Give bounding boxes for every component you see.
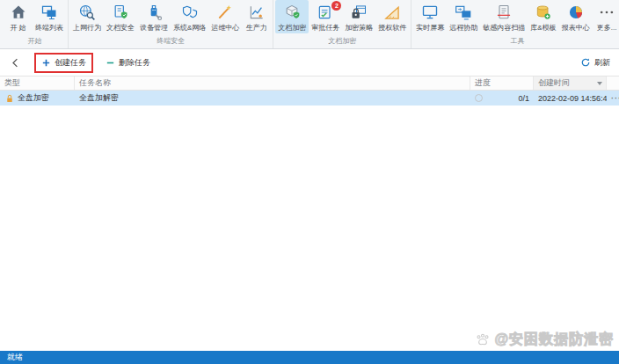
row-more-button[interactable]: ···: [607, 91, 619, 106]
row-more-icon: ···: [611, 94, 619, 103]
ribbon-item-system-network[interactable]: 系统&网络: [171, 0, 208, 33]
double-shield-icon: [181, 3, 199, 22]
ribbon-item-device-mgmt[interactable]: 设备管理: [137, 0, 171, 33]
ribbon: 开 始 终端列表 开始 上网行为 文档安全: [0, 0, 619, 49]
pie-chart-icon: [567, 3, 585, 22]
ribbon-item-ops-center[interactable]: 运维中心: [208, 0, 242, 33]
ribbon-item-label: 终端列表: [35, 23, 63, 33]
database-icon: [535, 3, 552, 22]
delete-task-button[interactable]: 删除任务: [106, 57, 150, 69]
lock-icon: [4, 93, 15, 104]
ribbon-item-label: 运维中心: [211, 23, 239, 33]
home-icon: [10, 3, 27, 22]
ribbon-item-report-center[interactable]: 报表中心: [559, 0, 593, 33]
ribbon-item-label: 设备管理: [140, 23, 168, 33]
ribbon-group-label: 开始: [4, 33, 66, 49]
ribbon-item-label: 更多...: [597, 23, 617, 33]
ribbon-item-doc-encryption[interactable]: 文档加密: [275, 0, 309, 33]
row-type-label: 全盘加密: [18, 92, 49, 104]
ribbon-item-realtime-screen[interactable]: 实时屏幕: [413, 0, 447, 33]
create-task-button[interactable]: 创建任务: [41, 57, 86, 69]
ribbon-item-home[interactable]: 开 始: [4, 0, 33, 33]
ribbon-item-label: 文档加密: [278, 23, 306, 33]
ribbon-group-terminal-security: 上网行为 文档安全 设备管理 系统&网络: [69, 0, 273, 48]
status-bar: 就绪: [0, 351, 619, 364]
dual-monitor-icon: [455, 3, 472, 22]
terminal-list-icon: [40, 3, 58, 22]
ribbon-item-productivity[interactable]: 生产力: [242, 0, 271, 33]
create-task-label: 创建任务: [55, 57, 86, 69]
ribbon-item-library-templates[interactable]: 库&模板: [528, 0, 558, 33]
ribbon-item-label: 开 始: [10, 23, 25, 33]
watermark: @安困数据防泄密: [475, 331, 614, 349]
ribbon-item-more[interactable]: 更多...: [593, 0, 619, 33]
delete-task-label: 删除任务: [119, 57, 150, 69]
ribbon-group-tools: 实时屏幕 远程协助 敏感内容扫描 库&模板: [411, 0, 619, 48]
globe-search-icon: [78, 3, 96, 22]
approval-badge: 2: [331, 1, 341, 11]
ribbon-group-label: 工具: [413, 33, 619, 49]
lock-window-icon: [350, 3, 368, 22]
ribbon-item-label: 系统&网络: [173, 23, 206, 33]
column-filter-icon[interactable]: [597, 82, 602, 85]
ribbon-item-label: 授权软件: [378, 23, 406, 33]
arrow-left-icon: [9, 56, 22, 69]
refresh-button[interactable]: 刷新: [580, 57, 610, 69]
refresh-label: 刷新: [594, 57, 610, 69]
status-text: 就绪: [7, 352, 23, 363]
ribbon-item-label: 库&模板: [530, 23, 556, 33]
ribbon-item-authorized-software[interactable]: 授权软件: [375, 0, 409, 33]
header-actions: [607, 76, 619, 90]
header-created-label: 创建时间: [538, 77, 570, 89]
chart-trend-icon: [248, 3, 266, 22]
row-progress-cell: 0/1: [470, 91, 534, 106]
paw-icon: [475, 332, 491, 348]
ribbon-group-start: 开 始 终端列表 开始: [2, 0, 69, 48]
status-circle-icon: [475, 94, 483, 102]
ribbon-item-label: 实时屏幕: [416, 23, 444, 33]
back-button[interactable]: [9, 56, 22, 69]
cube-shield-icon: [283, 3, 301, 22]
watermark-text: @安困数据防泄密: [494, 331, 614, 349]
ribbon-item-label: 生产力: [246, 23, 267, 33]
ribbon-item-remote-assist[interactable]: 远程协助: [447, 0, 480, 33]
ribbon-item-label: 文档安全: [106, 23, 135, 33]
row-type-cell: 全盘加密: [0, 91, 75, 106]
ribbon-item-label: 加密策略: [345, 23, 373, 33]
delete-task-wrap: 删除任务: [100, 55, 156, 71]
table-row[interactable]: 全盘加密 全盘加解密 0/1 2022-02-09 14:56:47 ···: [0, 91, 619, 106]
ribbon-item-web-behavior[interactable]: 上网行为: [70, 0, 104, 33]
refresh-icon: [580, 57, 591, 68]
document-scan-icon: [495, 3, 513, 22]
ribbon-item-label: 报表中心: [562, 23, 590, 33]
ribbon-group-doc-encryption: 文档加密 2 审批任务 加密策略 授权软件 文: [273, 0, 411, 48]
ribbon-item-encryption-policy[interactable]: 加密策略: [342, 0, 375, 33]
row-name-cell: 全盘加解密: [75, 91, 470, 106]
ribbon-item-content-scan[interactable]: 敏感内容扫描: [480, 0, 528, 33]
minus-icon: [106, 58, 115, 68]
ellipsis-icon: [598, 3, 615, 22]
ribbon-item-terminal-list[interactable]: 终端列表: [33, 0, 66, 33]
task-table-header: 类型 任务名称 进度 创建时间: [0, 76, 619, 91]
set-square-icon: [383, 3, 401, 22]
row-created-cell: 2022-02-09 14:56:47: [534, 91, 607, 106]
header-type[interactable]: 类型: [0, 76, 75, 90]
ribbon-group-label: 终端安全: [70, 33, 271, 49]
usb-wrench-icon: [145, 3, 163, 22]
empty-content-area: [0, 106, 619, 350]
document-shield-icon: [112, 3, 129, 22]
ribbon-item-approval-tasks[interactable]: 2 审批任务: [309, 0, 342, 33]
header-created-time[interactable]: 创建时间: [534, 76, 607, 90]
ribbon-item-label: 审批任务: [311, 23, 339, 33]
ribbon-item-label: 敏感内容扫描: [483, 23, 525, 33]
monitor-icon: [421, 3, 439, 22]
ribbon-item-label: 上网行为: [73, 23, 101, 33]
task-toolbar: 创建任务 删除任务 刷新: [0, 49, 619, 76]
ribbon-item-label: 远程协助: [449, 23, 477, 33]
row-progress-value: 0/1: [518, 94, 529, 103]
ribbon-item-doc-security[interactable]: 文档安全: [104, 0, 137, 33]
header-progress[interactable]: 进度: [470, 76, 534, 90]
create-task-annotation-box: 创建任务: [36, 55, 91, 71]
plus-icon: [41, 58, 51, 68]
header-task-name[interactable]: 任务名称: [75, 76, 470, 90]
